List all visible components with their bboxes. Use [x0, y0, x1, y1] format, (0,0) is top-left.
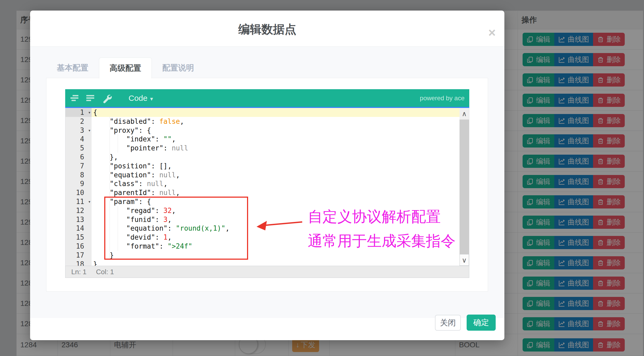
scroll-thumb[interactable]: [460, 120, 469, 254]
tab-advanced-config[interactable]: 高级配置: [99, 58, 152, 78]
code-line: },: [92, 153, 460, 162]
modal-title: 编辑数据点: [30, 22, 504, 37]
confirm-button[interactable]: 确定: [467, 315, 496, 331]
code-line: "equation": "round(x,1)",: [92, 224, 460, 233]
gutter-line-number: 7: [65, 162, 92, 170]
status-col: Col: 1: [96, 268, 114, 276]
format-icon[interactable]: [70, 94, 80, 103]
tab-config-help[interactable]: 配置说明: [152, 58, 205, 78]
code-line: "pointer": null: [92, 144, 460, 153]
code-line: }: [92, 251, 460, 260]
screen: 序号 操作 1299编辑曲线图删除1298编辑曲线图删除1297编辑曲线图删除1…: [0, 0, 644, 356]
status-line: Ln: 1: [71, 268, 87, 276]
scroll-up-button[interactable]: ∧: [460, 108, 469, 120]
repair-wrench-icon[interactable]: [102, 93, 112, 103]
gutter-line-number: 8: [65, 170, 92, 179]
code-area[interactable]: 1▾23▾4567891011▾12131415161718 { "disabl…: [65, 108, 469, 266]
gutter-line-number: 14: [65, 224, 92, 233]
gutter-line-number: 2: [65, 117, 92, 126]
edit-datapoint-modal: 编辑数据点 × 基本配置 高级配置 配置说明: [30, 11, 504, 340]
mode-select[interactable]: Code▾: [129, 94, 153, 103]
close-icon[interactable]: ×: [485, 27, 499, 40]
indent-guide: [118, 206, 118, 251]
modal-body: 基本配置 高级配置 配置说明: [30, 47, 504, 318]
code-line: "format": ">24f": [92, 242, 460, 251]
editor-status-bar: Ln: 1 Col: 1: [65, 266, 469, 278]
powered-by-ace-label: powered by ace: [420, 94, 465, 102]
code-line: "proxy": {: [92, 126, 460, 135]
chevron-down-icon: ▾: [150, 96, 153, 102]
gutter-line-number: 11▾: [65, 197, 92, 206]
scroll-down-button[interactable]: ∨: [460, 254, 469, 266]
tab-basic-config[interactable]: 基本配置: [46, 58, 99, 78]
code-line: "position": [],: [92, 162, 460, 170]
code-line: {: [92, 108, 460, 117]
gutter-line-number: 1▾: [65, 108, 92, 117]
gutter-line-number: 12: [65, 206, 92, 215]
code-line: "devid": 1,: [92, 233, 460, 242]
tab-content-panel: Code▾ powered by ace 1▾23▾4567891011▾121…: [46, 78, 488, 292]
close-button[interactable]: 关闭: [435, 315, 461, 331]
gutter-line-number: 6: [65, 153, 92, 162]
code-line: "class": null,: [92, 179, 460, 188]
compact-icon[interactable]: [86, 94, 96, 103]
config-tabs: 基本配置 高级配置 配置说明: [46, 58, 205, 78]
code-line: "param": {: [92, 197, 460, 206]
fold-icon[interactable]: ▾: [88, 126, 91, 135]
gutter-line-number: 5: [65, 144, 92, 153]
gutter-line-number: 17: [65, 251, 92, 260]
gutter-line-number: 13: [65, 215, 92, 224]
gutter-line-number: 3▾: [65, 126, 92, 135]
fold-icon[interactable]: ▾: [88, 108, 91, 117]
editor-toolbar: Code▾ powered by ace: [65, 89, 469, 107]
gutter-line-number: 16: [65, 242, 92, 251]
indent-guide: [118, 135, 118, 153]
code-line: "regad": 32,: [92, 206, 460, 215]
scrollbar[interactable]: ∧ ∨: [460, 108, 469, 266]
gutter-line-number: 4: [65, 135, 92, 144]
gutter-line-number: 15: [65, 233, 92, 242]
gutter-line-number: 9: [65, 179, 92, 188]
json-editor: Code▾ powered by ace 1▾23▾4567891011▾121…: [65, 89, 469, 278]
code-line: "index": "",: [92, 135, 460, 144]
modal-header: 编辑数据点 ×: [30, 11, 504, 47]
code-line: "parentId": null,: [92, 188, 460, 197]
code-line: "disabled": false,: [92, 117, 460, 126]
editor-gutter: 1▾23▾4567891011▾12131415161718: [65, 108, 92, 266]
gutter-line-number: 18: [65, 260, 92, 266]
code-line: "funid": 3,: [92, 215, 460, 224]
indent-guide: [110, 117, 110, 260]
code-line: }: [92, 260, 460, 266]
code-line: "equation": null,: [92, 170, 460, 179]
gutter-line-number: 10: [65, 188, 92, 197]
fold-icon[interactable]: ▾: [88, 197, 91, 206]
